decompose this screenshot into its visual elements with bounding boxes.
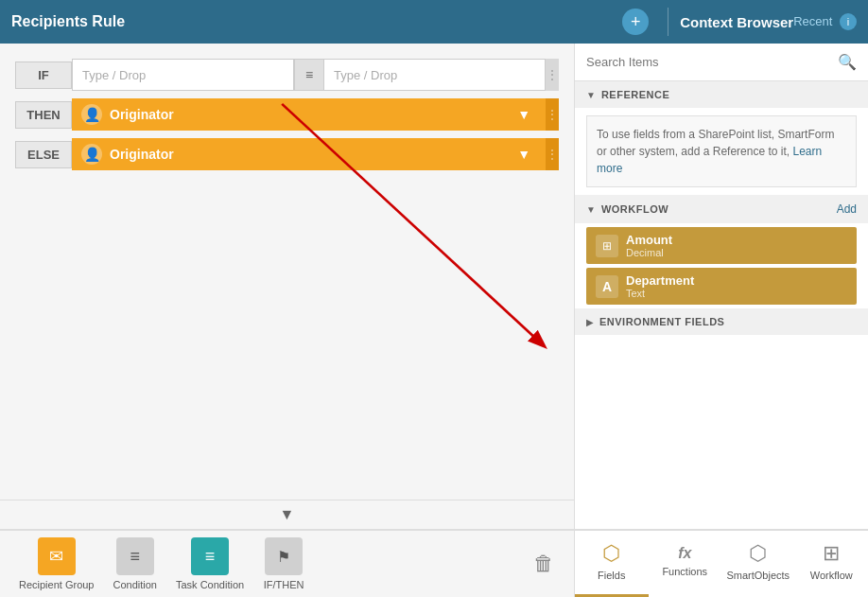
else-row: ELSE 👤 Originator ▼ ⋮	[15, 138, 559, 170]
workflow-collapse-arrow: ▼	[586, 204, 596, 215]
condition-icon-box: ≡	[116, 537, 154, 575]
right-panel: 🔍 ▼ REFERENCE To use fields from a Share…	[575, 44, 868, 597]
bottom-toolbar: ✉ Recipient Group ≡ Condition ≡ Task Con…	[0, 529, 574, 597]
functions-tab-icon: fx	[678, 545, 691, 562]
main-content: IF Type / Drop ≡ Type / Drop ⋮ THEN	[0, 44, 868, 597]
workflow-item-amount[interactable]: ⊞ Amount Decimal	[586, 227, 857, 264]
else-originator-item[interactable]: 👤 Originator ▼	[72, 138, 546, 170]
reference-title: REFERENCE	[601, 89, 857, 100]
then-row: THEN 👤 Originator ▼ ⋮	[15, 98, 559, 131]
smartobjects-tab-label: SmartObjects	[726, 570, 790, 581]
if-drop-zone-right[interactable]: Type / Drop	[324, 59, 546, 91]
if-then-icon-box: ⚑	[265, 537, 303, 575]
trash-icon: 🗑	[533, 552, 554, 576]
toolbar-if-then[interactable]: ⚑ IF/THEN	[255, 534, 312, 594]
workflow-add-link[interactable]: Add	[837, 202, 857, 216]
else-originator-label: Originator	[110, 147, 517, 162]
tab-workflow[interactable]: ⊞ Workflow	[795, 531, 869, 597]
if-row-handle[interactable]: ⋮	[546, 59, 559, 91]
workflow-tab-icon: ⊞	[823, 541, 840, 566]
operator-button[interactable]: ≡	[294, 59, 324, 91]
context-browser-label: Context Browser	[680, 14, 793, 30]
search-icon[interactable]: 🔍	[838, 53, 857, 71]
workflow-section-header[interactable]: ▼ WORKFLOW Add	[575, 195, 868, 223]
department-type: Text	[626, 288, 847, 299]
then-dropdown-arrow[interactable]: ▼	[517, 107, 530, 122]
department-text: Department Text	[626, 273, 847, 299]
scroll-down-indicator[interactable]: ▼	[0, 500, 574, 529]
toolbar-recipient-group[interactable]: ✉ Recipient Group	[11, 534, 102, 594]
tab-fields[interactable]: ⬡ Fields	[575, 531, 649, 597]
then-originator-icon: 👤	[81, 104, 102, 125]
reference-section-header[interactable]: ▼ REFERENCE	[575, 81, 868, 108]
recent-icon: i	[840, 13, 857, 30]
rule-area: IF Type / Drop ≡ Type / Drop ⋮ THEN	[0, 44, 574, 500]
equals-icon: ≡	[305, 67, 313, 82]
app-header: Recipients Rule + Context Browser Recent…	[0, 0, 868, 44]
if-row: IF Type / Drop ≡ Type / Drop ⋮	[15, 59, 559, 91]
task-condition-label: Task Condition	[176, 579, 244, 590]
workflow-tab-label: Workflow	[810, 570, 853, 581]
then-originator-item[interactable]: 👤 Originator ▼	[72, 98, 546, 131]
amount-text: Amount Decimal	[626, 233, 847, 258]
condition-label: Condition	[113, 579, 157, 590]
else-handle[interactable]: ⋮	[546, 138, 559, 170]
recent-button[interactable]: Recent i	[793, 13, 857, 30]
person-icon-2: 👤	[84, 147, 100, 162]
reference-info-box: To use fields from a SharePoint list, Sm…	[586, 115, 857, 187]
smartobjects-tab-icon: ⬡	[749, 541, 767, 566]
header-divider	[668, 8, 668, 36]
department-name: Department	[626, 273, 847, 288]
functions-tab-label: Functions	[662, 566, 707, 577]
else-dropdown-arrow[interactable]: ▼	[517, 147, 530, 162]
if-drop-zone-left[interactable]: Type / Drop	[72, 59, 294, 91]
search-input[interactable]	[586, 55, 838, 69]
tab-smartobjects[interactable]: ⬡ SmartObjects	[721, 531, 795, 597]
environment-fields-header[interactable]: ▶ ENVIRONMENT FIELDS	[575, 308, 868, 335]
then-handle[interactable]: ⋮	[546, 98, 559, 131]
amount-type: Decimal	[626, 247, 847, 258]
fields-tab-icon: ⬡	[602, 541, 620, 566]
reference-collapse-arrow: ▼	[586, 90, 596, 100]
delete-button[interactable]: 🗑	[525, 545, 563, 583]
search-bar: 🔍	[575, 44, 868, 81]
workflow-title: WORKFLOW	[601, 203, 837, 215]
left-panel: IF Type / Drop ≡ Type / Drop ⋮ THEN	[0, 44, 575, 597]
tab-functions[interactable]: fx Functions	[649, 531, 722, 597]
context-content: ▼ REFERENCE To use fields from a SharePo…	[575, 81, 868, 529]
amount-name: Amount	[626, 233, 847, 247]
task-condition-icon-box: ≡	[191, 537, 229, 575]
env-fields-arrow: ▶	[586, 317, 594, 327]
workflow-item-department[interactable]: A Department Text	[586, 268, 857, 305]
recipient-group-label: Recipient Group	[19, 579, 95, 590]
else-label: ELSE	[15, 141, 72, 168]
department-icon: A	[596, 275, 618, 298]
then-originator-label: Originator	[110, 107, 517, 122]
person-icon: 👤	[84, 107, 100, 122]
amount-icon: ⊞	[596, 235, 618, 257]
if-then-label: IF/THEN	[264, 579, 304, 590]
add-button[interactable]: +	[622, 9, 649, 35]
then-label: THEN	[15, 101, 72, 129]
toolbar-task-condition[interactable]: ≡ Task Condition	[168, 534, 252, 594]
toolbar-condition[interactable]: ≡ Condition	[106, 534, 165, 594]
if-label: IF	[15, 61, 72, 89]
recipient-group-icon: ✉	[38, 537, 76, 575]
fields-tab-label: Fields	[598, 570, 625, 581]
page-title: Recipients Rule	[11, 13, 622, 30]
right-tabs: ⬡ Fields fx Functions ⬡ SmartObjects ⊞ W…	[575, 529, 868, 597]
env-fields-title: ENVIRONMENT FIELDS	[599, 316, 857, 327]
else-originator-icon: 👤	[81, 144, 102, 165]
